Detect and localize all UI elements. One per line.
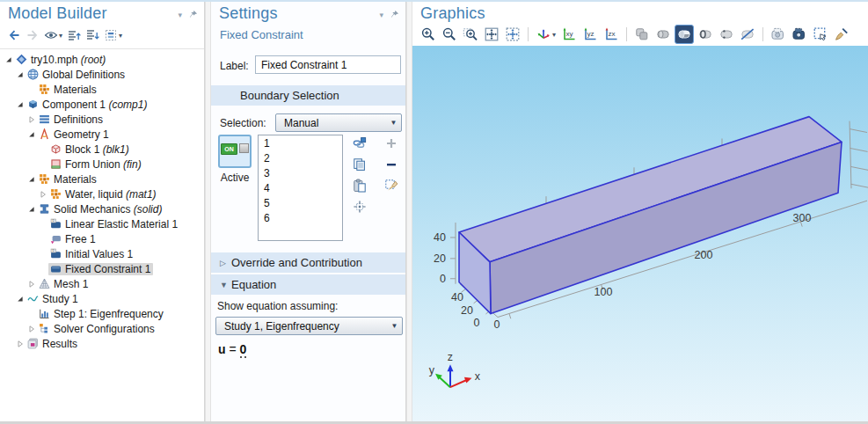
- boundary-list-item[interactable]: 3: [264, 166, 342, 181]
- clear-plot-button[interactable]: [832, 25, 851, 44]
- zoom-box-button[interactable]: [461, 25, 480, 44]
- boundary-selection-list[interactable]: 123456: [258, 135, 343, 241]
- rotate-3d-view-dropdown-caret[interactable]: ▾: [552, 31, 556, 39]
- tree-item-content[interactable]: Solid Mechanics (solid): [37, 203, 164, 216]
- tree-item-geometry-1[interactable]: Geometry 1: [0, 127, 204, 142]
- collapsed-section-arrow-icon[interactable]: ▷: [211, 259, 231, 267]
- collapsed-arrow-icon[interactable]: [26, 281, 37, 288]
- show-button[interactable]: ▾: [42, 26, 64, 44]
- graphics-canvas[interactable]: 40200402000100200300zyx: [412, 46, 868, 421]
- deselect-all-button[interactable]: [738, 25, 757, 44]
- tree-item-form-union[interactable]: Form Union (fin): [0, 157, 204, 172]
- go-to-xy-view-button[interactable]: xy: [559, 25, 579, 44]
- collapsed-arrow-icon[interactable]: [15, 340, 26, 347]
- expanded-section-arrow-icon[interactable]: ▼: [211, 281, 231, 289]
- zoom-out-button[interactable]: [440, 25, 459, 44]
- boundary-list-item[interactable]: 2: [264, 151, 342, 166]
- rotate-3d-view-button[interactable]: ▾: [534, 25, 558, 44]
- tree-item-content[interactable]: DInitial Values 1: [48, 248, 135, 260]
- panel-menu-chevron-icon[interactable]: ▾: [379, 11, 383, 19]
- expanded-arrow-icon[interactable]: [26, 131, 37, 138]
- tree-item-component-1[interactable]: Component 1 (comp1): [0, 97, 204, 112]
- tree-item-content[interactable]: Geometry 1: [37, 128, 112, 141]
- tree-item-definitions[interactable]: Definitions: [0, 112, 204, 127]
- go-to-zx-view-button[interactable]: zx: [602, 25, 621, 44]
- select-edges-button[interactable]: [696, 25, 715, 44]
- tree-item-solid-mechanics[interactable]: Solid Mechanics (solid): [0, 201, 204, 216]
- section-boundary-selection[interactable]: Boundary Selection: [211, 85, 405, 106]
- tree-item-content[interactable]: Fixed Constraint 1: [48, 263, 153, 275]
- tree-item-free-1[interactable]: Free 1: [0, 231, 204, 246]
- panel-splitter[interactable]: [205, 2, 211, 421]
- active-toggle-button[interactable]: ON: [218, 135, 252, 168]
- tree-item-linear-elastic-material-1[interactable]: DLinear Elastic Material 1: [0, 216, 204, 231]
- pin-icon[interactable]: [188, 10, 198, 21]
- tree-item-global-definitions[interactable]: Global Definitions: [0, 67, 204, 82]
- select-boundaries-button[interactable]: [675, 25, 694, 44]
- remove-from-selection-button[interactable]: [383, 157, 399, 172]
- tree-item-content[interactable]: Materials: [37, 84, 99, 96]
- collapse-all-button[interactable]: [65, 26, 83, 44]
- panel-menu-chevron-icon[interactable]: ▾: [178, 11, 182, 19]
- collapsed-arrow-icon[interactable]: [26, 116, 37, 123]
- tree-item-study-1[interactable]: Study 1: [0, 291, 204, 306]
- tree-item-results[interactable]: Results: [0, 336, 204, 351]
- tree-item-content[interactable]: Free 1: [48, 233, 98, 245]
- tree-item-water-liquid[interactable]: Water, liquid (mat1): [0, 186, 204, 201]
- boundary-list-item[interactable]: 5: [264, 196, 342, 211]
- expanded-arrow-icon[interactable]: [4, 56, 14, 63]
- tree-item-content[interactable]: Results: [26, 338, 80, 350]
- add-to-selection-button[interactable]: [383, 135, 399, 151]
- tree-item-content[interactable]: Global Definitions: [26, 69, 128, 81]
- boundary-list-item[interactable]: 4: [264, 181, 342, 196]
- expand-all-button[interactable]: [84, 26, 101, 44]
- tree-item-content[interactable]: Water, liquid (mat1): [48, 188, 159, 201]
- section-override-and-contribution[interactable]: ▷ Override and Contribution: [211, 252, 405, 273]
- expanded-arrow-icon[interactable]: [15, 101, 26, 108]
- tree-item-content[interactable]: Form Union (fin): [48, 158, 144, 171]
- tree-item-block-1[interactable]: Block 1 (blk1): [0, 142, 204, 157]
- back-button[interactable]: [5, 26, 23, 44]
- select-objects-button[interactable]: [632, 25, 652, 44]
- tree-item-materials[interactable]: Materials: [0, 82, 204, 97]
- image-export-button[interactable]: [790, 25, 809, 44]
- zoom-to-selection-button[interactable]: [352, 199, 368, 215]
- deselect-all-button[interactable]: [383, 178, 399, 194]
- go-to-yz-view-button[interactable]: yz: [580, 25, 600, 44]
- tree-item-content[interactable]: Solver Configurations: [37, 323, 157, 335]
- tree-item-mesh-1[interactable]: Mesh 1: [0, 276, 204, 291]
- expanded-arrow-icon[interactable]: [26, 176, 37, 183]
- forward-button[interactable]: [24, 26, 41, 44]
- label-input[interactable]: [255, 55, 401, 74]
- tree-item-materials[interactable]: Materials: [0, 172, 204, 186]
- tree-item-fixed-constraint-1[interactable]: Fixed Constraint 1: [0, 261, 204, 276]
- model-tree-node-settings-dropdown-caret[interactable]: ▾: [119, 32, 122, 40]
- expanded-arrow-icon[interactable]: [26, 206, 37, 213]
- tree-item-content[interactable]: Component 1 (comp1): [26, 99, 150, 111]
- tree-item-solver-configurations[interactable]: Solver Configurations: [0, 321, 204, 336]
- graphics-3d-view[interactable]: 40200402000100200300zyx: [412, 46, 868, 421]
- zoom-in-button[interactable]: [419, 25, 438, 44]
- tree-item-content[interactable]: Definitions: [37, 113, 106, 126]
- pin-icon[interactable]: [390, 10, 399, 21]
- selection-dropdown[interactable]: Manual ▼: [275, 113, 402, 132]
- copy-selection-button[interactable]: [352, 157, 368, 172]
- tree-item-content[interactable]: Step 1: Eigenfrequency: [37, 308, 166, 320]
- boundary-list-item[interactable]: 6: [264, 211, 342, 226]
- image-snapshot-button[interactable]: [769, 25, 788, 44]
- select-points-button[interactable]: [717, 25, 736, 44]
- boundary-list-item[interactable]: 1: [264, 136, 342, 151]
- tree-item-try10-mph[interactable]: try10.mph (root): [0, 52, 204, 67]
- model-tree-node-settings-button[interactable]: ▾: [102, 26, 124, 44]
- tree-item-content[interactable]: DLinear Elastic Material 1: [48, 218, 180, 230]
- select-domains-button[interactable]: [653, 25, 673, 44]
- tree-item-content[interactable]: Mesh 1: [37, 278, 91, 290]
- expanded-arrow-icon[interactable]: [15, 296, 26, 303]
- tree-item-step-1-eigenfrequency[interactable]: Step 1: Eigenfrequency: [0, 306, 204, 321]
- selection-box-button[interactable]: [811, 25, 830, 44]
- create-selection-button[interactable]: [352, 135, 368, 151]
- zoom-extents-button[interactable]: [482, 25, 501, 44]
- expanded-arrow-icon[interactable]: [15, 71, 26, 78]
- equation-study-dropdown[interactable]: Study 1, Eigenfrequency ▼: [215, 317, 403, 335]
- zoom-to-selection-button[interactable]: [503, 25, 522, 44]
